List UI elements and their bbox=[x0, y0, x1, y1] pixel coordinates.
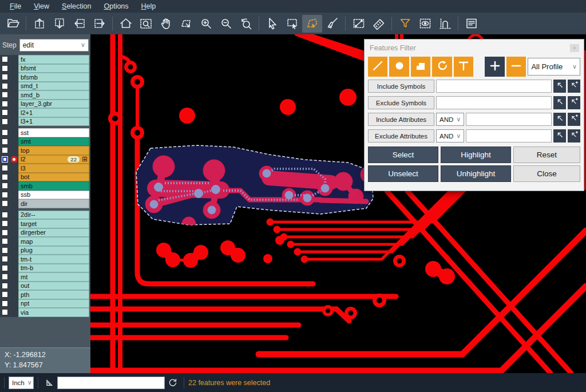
highlight-button[interactable]: Highlight bbox=[441, 146, 511, 163]
layer-label[interactable]: map bbox=[18, 237, 89, 246]
layer-checkbox[interactable] bbox=[2, 147, 8, 153]
paste-down-button[interactable] bbox=[49, 15, 69, 33]
select-button[interactable]: Select bbox=[368, 146, 438, 163]
layer-label[interactable]: l3 bbox=[18, 164, 89, 173]
layer-checkbox[interactable] bbox=[2, 165, 8, 171]
zoom-polygon-button[interactable] bbox=[176, 15, 196, 33]
filter-value-input[interactable] bbox=[436, 80, 552, 93]
select-polygon-button[interactable] bbox=[302, 15, 322, 33]
layer-label[interactable]: smt bbox=[18, 137, 89, 146]
tool-plus-button[interactable] bbox=[485, 57, 504, 77]
step-select[interactable]: edit ∨ bbox=[19, 39, 89, 52]
angle-corner-icon[interactable] bbox=[42, 377, 57, 388]
layer-checkbox[interactable] bbox=[2, 192, 8, 198]
layer-label[interactable]: tm-t bbox=[18, 255, 89, 264]
layer-checkbox[interactable] bbox=[2, 229, 8, 236]
layer-row-pth[interactable]: pth bbox=[0, 290, 90, 299]
ruler-button[interactable] bbox=[369, 15, 389, 33]
tool-minus-button[interactable] bbox=[506, 57, 526, 77]
layer-checkbox[interactable] bbox=[2, 129, 8, 136]
paste-right-button[interactable] bbox=[89, 15, 109, 33]
zoom-out-button[interactable] bbox=[216, 15, 236, 33]
menu-selection[interactable]: Selection bbox=[56, 0, 97, 13]
layer-label[interactable]: bfsmt bbox=[18, 64, 89, 73]
layer-row-l2+1[interactable]: l2+1 bbox=[0, 108, 90, 117]
layer-row-plug[interactable]: plug bbox=[0, 246, 90, 255]
layer-label[interactable]: smd_t bbox=[18, 82, 89, 91]
layer-checkbox[interactable] bbox=[2, 174, 8, 180]
select-arrow-button[interactable] bbox=[262, 15, 282, 33]
reset-button[interactable]: Reset bbox=[513, 146, 580, 163]
layer-row-bfsmt[interactable]: bfsmt bbox=[0, 64, 90, 73]
layer-row-dirgerber[interactable]: dirgerber bbox=[0, 228, 90, 237]
layer-checkbox[interactable] bbox=[2, 265, 8, 271]
layer-label[interactable]: l2+1 bbox=[18, 108, 89, 117]
layer-label[interactable]: layer_3.gbr bbox=[18, 100, 89, 109]
profile-select[interactable]: All Profile ∨ bbox=[528, 58, 580, 76]
pick-arrow-button[interactable] bbox=[553, 113, 566, 126]
tool-surface-button[interactable] bbox=[411, 57, 430, 77]
layer-label[interactable]: npt bbox=[18, 299, 89, 308]
layer-label[interactable]: out bbox=[18, 282, 89, 291]
zoom-fit-button[interactable] bbox=[136, 15, 156, 33]
layer-label[interactable]: l222⊞ bbox=[18, 155, 89, 164]
layer-label[interactable]: mt bbox=[18, 272, 89, 282]
layer-label[interactable]: bfsmb bbox=[18, 73, 89, 82]
close-icon[interactable]: × bbox=[570, 44, 579, 52]
layer-row-l3+1[interactable]: l3+1 bbox=[0, 117, 90, 126]
layer-label[interactable]: l3+1 bbox=[18, 117, 89, 126]
layer-label[interactable]: sst bbox=[18, 128, 89, 137]
layer-label[interactable]: pth bbox=[18, 290, 89, 299]
layer-row-smd_b[interactable]: smd_b bbox=[0, 90, 90, 100]
layer-row-top[interactable]: top bbox=[0, 146, 90, 155]
measure-line-button[interactable] bbox=[349, 15, 369, 33]
paste-left-button[interactable] bbox=[69, 15, 89, 33]
tool-arc-button[interactable] bbox=[432, 57, 452, 77]
layer-label[interactable]: 2dir-- bbox=[18, 211, 89, 220]
menu-help[interactable]: Help bbox=[135, 0, 163, 13]
layer-checkbox[interactable] bbox=[2, 300, 8, 307]
unhighlight-button[interactable]: Unhighlight bbox=[441, 165, 511, 182]
layer-row-map[interactable]: map bbox=[0, 237, 90, 246]
layer-row-2dir--[interactable]: 2dir-- bbox=[0, 211, 90, 220]
layer-row-fx[interactable]: fx bbox=[0, 55, 90, 64]
layer-checkbox[interactable] bbox=[2, 256, 8, 262]
layer-row-npt[interactable]: npt bbox=[0, 299, 90, 308]
unselect-button[interactable]: Unselect bbox=[368, 165, 438, 182]
layer-row-dir[interactable]: dir bbox=[0, 199, 90, 208]
layer-label[interactable]: target bbox=[18, 219, 89, 228]
layer-row-layer_3.gbr[interactable]: layer_3.gbr bbox=[0, 100, 90, 109]
paste-up-button[interactable] bbox=[29, 15, 49, 33]
layer-row-via[interactable]: via bbox=[0, 308, 90, 317]
sync-icon[interactable] bbox=[165, 377, 180, 388]
close-button[interactable]: Close bbox=[513, 165, 580, 182]
pick-arrow-add-button[interactable] bbox=[568, 129, 580, 142]
snap-net-button[interactable] bbox=[435, 15, 455, 33]
pick-arrow-add-button[interactable] bbox=[568, 80, 580, 93]
layer-row-bot[interactable]: bot bbox=[0, 173, 90, 182]
dialog-titlebar[interactable]: Features Filter × bbox=[365, 39, 584, 55]
layer-row-mt[interactable]: mt bbox=[0, 272, 90, 282]
filter-value-input[interactable] bbox=[436, 96, 552, 109]
select-rect-button[interactable] bbox=[282, 15, 302, 33]
pick-arrow-button[interactable] bbox=[553, 129, 566, 142]
filter-value-input[interactable] bbox=[466, 129, 552, 142]
layer-row-smt[interactable]: smt bbox=[0, 137, 90, 146]
layer-checkbox[interactable] bbox=[2, 274, 8, 280]
operator-select[interactable]: AND∨ bbox=[436, 129, 464, 142]
layer-checkbox[interactable] bbox=[2, 309, 8, 315]
layer-row-bfsmb[interactable]: bfsmb bbox=[0, 73, 90, 82]
tool-line-button[interactable] bbox=[368, 57, 387, 77]
layer-row-out[interactable]: out bbox=[0, 282, 90, 291]
layer-label[interactable]: top bbox=[18, 146, 89, 155]
layer-label[interactable]: dir bbox=[18, 199, 89, 208]
layer-checkbox[interactable] bbox=[2, 200, 8, 207]
layer-checkbox[interactable] bbox=[2, 138, 8, 145]
layer-checkbox[interactable] bbox=[2, 65, 8, 72]
menu-file[interactable]: File bbox=[3, 0, 27, 13]
layer-label[interactable]: bot bbox=[18, 173, 89, 182]
pick-arrow-button[interactable] bbox=[553, 80, 566, 93]
layer-checkbox[interactable] bbox=[2, 74, 8, 80]
zoom-previous-button[interactable] bbox=[236, 15, 256, 33]
layer-checkbox[interactable] bbox=[2, 183, 8, 189]
